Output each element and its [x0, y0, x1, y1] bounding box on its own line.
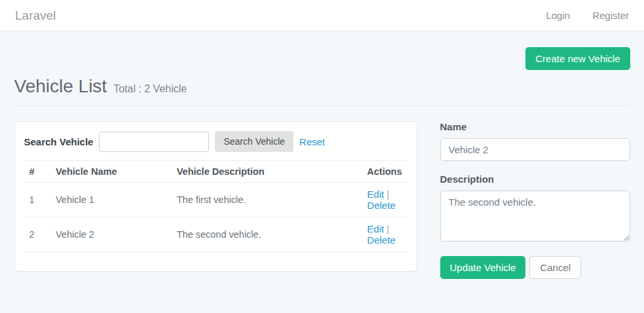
header-vehicle-name: Vehicle Name — [50, 161, 172, 183]
navbar-links: Login Register — [546, 10, 629, 21]
title-row: Vehicle List Total : 2 Vehicle — [14, 76, 630, 97]
table-row: 1 Vehicle 1 The first vehicle. Edit | De… — [24, 183, 407, 217]
row-number: 2 — [24, 217, 50, 252]
name-field-group: Name — [440, 121, 630, 161]
search-button[interactable]: Search Vehicle — [215, 131, 293, 152]
total-count-label: Total : 2 Vehicle — [113, 83, 187, 95]
table-header-row: # Vehicle Name Vehicle Description Actio… — [24, 161, 407, 183]
edit-vehicle-form: Name Description The second vehicle. Upd… — [440, 121, 630, 279]
description-label: Description — [440, 174, 630, 185]
page-title: Vehicle List — [14, 76, 107, 97]
actions-cell: Edit | Delete — [362, 217, 407, 252]
description-textarea[interactable]: The second vehicle. — [440, 191, 630, 242]
vehicle-name-cell: Vehicle 2 — [50, 217, 172, 252]
row-number: 1 — [24, 183, 50, 217]
vehicle-table: # Vehicle Name Vehicle Description Actio… — [24, 160, 407, 252]
link-separator: | — [387, 224, 389, 234]
actions-cell: Edit | Delete — [362, 183, 407, 217]
table-row: 2 Vehicle 2 The second vehicle. Edit | D… — [24, 217, 407, 252]
register-link[interactable]: Register — [592, 10, 629, 21]
login-link[interactable]: Login — [546, 10, 570, 21]
update-vehicle-button[interactable]: Update Vehicle — [440, 256, 526, 279]
vehicle-description-cell: The first vehicle. — [172, 183, 362, 217]
edit-link[interactable]: Edit — [367, 223, 384, 234]
search-label: Search Vehicle — [24, 136, 94, 147]
cancel-button[interactable]: Cancel — [529, 256, 581, 279]
vehicle-name-cell: Vehicle 1 — [50, 183, 172, 217]
content-row: Search Vehicle Search Vehicle Reset # Ve… — [14, 121, 630, 279]
header-vehicle-description: Vehicle Description — [172, 161, 362, 183]
header-actions: Actions — [362, 161, 407, 183]
form-buttons: Update Vehicle Cancel — [440, 256, 630, 279]
reset-link[interactable]: Reset — [299, 136, 325, 147]
vehicle-list-card: Search Vehicle Search Vehicle Reset # Ve… — [14, 121, 417, 272]
create-new-vehicle-button[interactable]: Create new Vehicle — [525, 47, 630, 70]
name-label: Name — [440, 121, 630, 132]
create-row: Create new Vehicle — [14, 47, 630, 70]
navbar: Laravel Login Register — [0, 0, 644, 31]
header-number: # — [24, 161, 50, 183]
divider — [14, 105, 630, 106]
search-input[interactable] — [99, 132, 209, 152]
main-container: Create new Vehicle Vehicle List Total : … — [14, 47, 630, 279]
vehicle-description-cell: The second vehicle. — [172, 217, 362, 252]
name-input[interactable] — [440, 138, 630, 161]
delete-link[interactable]: Delete — [367, 234, 395, 246]
search-bar: Search Vehicle Search Vehicle Reset — [24, 131, 407, 152]
page: Laravel Login Register Create new Vehicl… — [0, 0, 644, 313]
link-separator: | — [387, 189, 389, 200]
description-field-group: Description The second vehicle. — [440, 174, 630, 244]
delete-link[interactable]: Delete — [367, 200, 395, 211]
edit-link[interactable]: Edit — [367, 189, 384, 200]
brand-laravel[interactable]: Laravel — [15, 9, 56, 23]
